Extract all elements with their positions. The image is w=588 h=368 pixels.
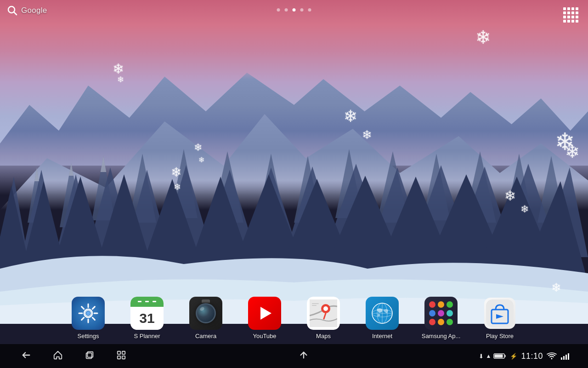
samsung-apps-icon	[424, 297, 458, 330]
svg-rect-74	[118, 351, 120, 354]
status-icons: ⬇ ▲	[479, 353, 507, 360]
page-indicators	[277, 8, 311, 12]
nav-left-buttons	[18, 347, 129, 365]
apps-grid-button[interactable]	[561, 6, 580, 24]
snowflake-10: ❄	[565, 142, 580, 162]
nav-up-button[interactable]	[296, 347, 311, 365]
grid-dot	[571, 16, 574, 18]
signal-icon	[560, 352, 570, 360]
dock-item-play-store[interactable]: Play Store	[470, 297, 529, 341]
svg-point-58	[86, 311, 90, 315]
nav-bar: ⬇ ▲ ⚡ 11:10	[0, 344, 588, 368]
camera-label: Camera	[195, 333, 216, 339]
grid-dot	[571, 7, 574, 10]
play-store-label: Play Store	[486, 333, 514, 339]
search-icon	[7, 6, 17, 16]
grid-dot	[576, 16, 578, 18]
snowflake-7: ❄	[171, 165, 181, 180]
snowflake-3: ❄	[475, 27, 491, 48]
snowflake-12: ❄	[520, 203, 529, 215]
dock-item-internet[interactable]: Internet	[353, 297, 412, 341]
grid-dot	[576, 20, 578, 23]
internet-icon	[366, 297, 399, 330]
page-dot-0[interactable]	[277, 8, 280, 12]
maps-label: Maps	[316, 333, 331, 339]
nav-status-area: ⬇ ▲ ⚡ 11:10	[479, 351, 570, 361]
grid-dot	[563, 20, 566, 23]
svg-rect-82	[563, 356, 565, 360]
dock-item-splanner[interactable]: 31 S Planner	[118, 297, 176, 341]
grid-dot	[567, 16, 570, 18]
grid-dot	[563, 12, 566, 14]
svg-rect-75	[122, 351, 125, 354]
nav-back-button[interactable]	[18, 347, 34, 365]
storage-icon: ⬇	[479, 353, 484, 360]
svg-rect-73	[87, 351, 93, 357]
forest-svg	[0, 85, 588, 324]
samsung-dot	[447, 319, 453, 325]
status-time: 11:10	[521, 351, 543, 361]
snowflake-13: ❄	[551, 281, 561, 295]
snowflake-2: ❄	[117, 75, 124, 85]
svg-rect-62	[312, 303, 319, 304]
grid-dot	[576, 12, 578, 14]
nav-screenshot-button[interactable]	[113, 347, 129, 365]
internet-label: Internet	[372, 333, 392, 339]
splanner-date: 31	[139, 311, 154, 325]
svg-rect-81	[561, 357, 562, 360]
page-dot-1[interactable]	[285, 8, 288, 12]
camera-icon	[189, 297, 222, 330]
svg-rect-80	[505, 355, 506, 357]
alert-icon: ▲	[486, 353, 492, 359]
svg-rect-72	[86, 353, 92, 358]
search-label: Google	[21, 6, 47, 15]
grid-dot	[571, 20, 574, 23]
samsung-dot	[438, 310, 444, 316]
svg-rect-79	[495, 355, 503, 358]
svg-line-46	[14, 12, 17, 15]
page-dot-4[interactable]	[308, 8, 311, 12]
settings-label: Settings	[78, 333, 99, 339]
usb-icon: ⚡	[510, 353, 517, 360]
dock-item-maps[interactable]: Maps	[294, 297, 353, 341]
svg-rect-84	[568, 353, 569, 360]
grid-dot	[567, 7, 570, 10]
battery-icon	[493, 353, 506, 359]
snowflake-11: ❄	[504, 188, 516, 204]
samsung-apps-label: Samsung Ap...	[422, 333, 461, 339]
grid-dot	[571, 12, 574, 14]
samsung-dot	[447, 310, 453, 316]
snowflake-5: ❄	[344, 107, 357, 126]
nav-center	[296, 347, 311, 365]
dock-item-camera[interactable]: Camera	[176, 297, 235, 341]
samsung-dot	[429, 301, 435, 308]
nav-recent-button[interactable]	[82, 347, 97, 365]
grid-dot	[563, 16, 566, 18]
snowflake-4: ❄	[194, 142, 202, 154]
dock-item-settings[interactable]: Settings	[59, 297, 118, 341]
samsung-dot	[438, 319, 444, 325]
svg-line-56	[82, 317, 84, 320]
snowflake-14: ❄	[198, 155, 204, 164]
nav-home-button[interactable]	[50, 347, 66, 365]
page-dot-2[interactable]	[293, 8, 296, 12]
grid-dot	[567, 12, 570, 14]
dock: Settings 31 S Planner	[0, 293, 588, 344]
page-dot-3[interactable]	[300, 8, 304, 12]
youtube-label: YouTube	[253, 333, 276, 339]
search-bar[interactable]: Google	[7, 6, 47, 16]
grid-dot	[563, 7, 566, 10]
svg-point-61	[323, 306, 328, 311]
svg-rect-76	[118, 356, 120, 358]
settings-icon	[72, 297, 105, 330]
dock-item-youtube[interactable]: YouTube	[235, 297, 294, 341]
youtube-icon	[248, 297, 281, 330]
samsung-dot	[429, 310, 435, 316]
play-store-icon	[483, 297, 516, 330]
svg-line-54	[92, 317, 95, 320]
splanner-label: S Planner	[134, 333, 160, 339]
svg-rect-77	[122, 356, 125, 358]
svg-line-53	[82, 306, 84, 309]
svg-line-55	[92, 306, 95, 309]
dock-item-samsung-apps[interactable]: Samsung Ap...	[412, 297, 470, 341]
